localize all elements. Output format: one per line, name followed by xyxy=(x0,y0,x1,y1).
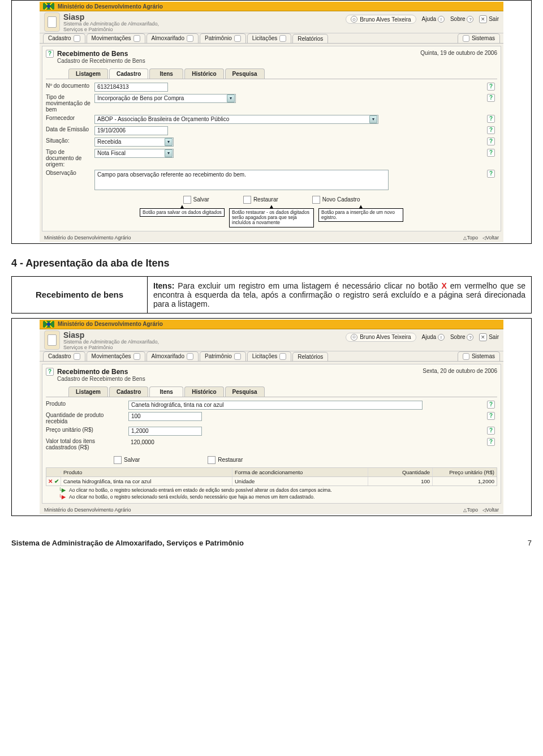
nav-almoxarifado[interactable]: Almoxarifado xyxy=(146,351,199,361)
nav-sistemas[interactable]: Sistemas xyxy=(458,351,500,361)
label-produto: Produto xyxy=(46,401,125,407)
field-help-icon[interactable]: ? xyxy=(487,126,495,134)
nav-licitacoes[interactable]: Licitações xyxy=(247,351,291,361)
nav-relatorios[interactable]: Relatórios xyxy=(292,34,328,43)
field-help-icon[interactable]: ? xyxy=(487,83,495,91)
input-num-doc[interactable]: 6132184313 xyxy=(94,83,168,92)
nav-cadastro[interactable]: Cadastro xyxy=(43,33,85,43)
new-icon xyxy=(312,196,320,204)
brand-sub-2: Serviços e Patrimônio xyxy=(63,345,159,351)
siasp-logo-icon xyxy=(44,330,60,350)
brazil-flag-icon xyxy=(43,321,54,328)
tab-cadastro[interactable]: Cadastro xyxy=(109,68,148,79)
help-link[interactable]: Ajuda ! xyxy=(422,16,445,23)
field-help-icon[interactable]: ? xyxy=(487,94,495,102)
restore-button[interactable]: Restaurar xyxy=(208,456,243,464)
page-subtitle: Cadastro de Recebimento de Bens xyxy=(57,58,145,64)
nav-icon xyxy=(463,353,469,360)
tab-cadastro[interactable]: Cadastro xyxy=(109,386,148,397)
close-icon: ✕ xyxy=(479,333,487,341)
nav-patrimonio[interactable]: Patrimônio xyxy=(200,351,246,361)
nav-movimentacoes[interactable]: Movimentações xyxy=(87,351,145,361)
save-button[interactable]: Salvar xyxy=(114,456,140,464)
tab-itens[interactable]: Itens xyxy=(149,68,183,79)
exit-link[interactable]: ✕ Sair xyxy=(479,333,499,341)
about-link[interactable]: Sobre ? xyxy=(450,16,473,23)
nav-movimentacoes[interactable]: Movimentações xyxy=(87,33,145,43)
nav-almoxarifado[interactable]: Almoxarifado xyxy=(146,33,199,43)
select-tipo-mov[interactable]: Incorporação de Bens por Compra▾ xyxy=(94,94,236,103)
ministry-titlebar: Ministério do Desenvolvimento Agrário xyxy=(40,320,503,329)
footer-top-link[interactable]: △Topo xyxy=(463,507,478,513)
input-produto[interactable]: Caneta hidrográfica, tinta na cor azul xyxy=(128,401,423,410)
page-date: Sexta, 20 de outubro de 2006 xyxy=(423,368,497,374)
field-help-icon[interactable]: ? xyxy=(487,170,495,178)
help-link[interactable]: Ajuda ! xyxy=(422,334,445,341)
field-help-icon[interactable]: ? xyxy=(487,438,495,446)
callouts-row: ▲ Botão para salvar os dados digitados ▲… xyxy=(46,205,497,227)
nav-icon xyxy=(279,353,286,360)
input-qtd[interactable]: 100 xyxy=(128,412,202,421)
tab-historico[interactable]: Histórico xyxy=(184,68,223,79)
action-bar: Salvar Restaurar Novo Cadastro xyxy=(46,196,497,204)
select-situacao[interactable]: Recebida▾ xyxy=(94,138,174,147)
save-icon xyxy=(114,456,122,464)
nav-patrimonio[interactable]: Patrimônio xyxy=(200,33,246,43)
footer-back-link[interactable]: ◁Voltar xyxy=(482,507,499,513)
exit-link[interactable]: ✕ Sair xyxy=(479,15,499,23)
siasp-app-2: Ministério do Desenvolvimento Agrário Si… xyxy=(40,320,503,514)
field-help-icon[interactable]: ? xyxy=(487,149,495,157)
restore-icon xyxy=(243,196,251,204)
section-heading: 4 - Apresentação da aba de Itens xyxy=(11,257,532,269)
about-link[interactable]: Sobre ? xyxy=(450,334,473,341)
app-header: Siasp Sistema de Adminitração de Almoxar… xyxy=(40,11,503,33)
select-fornecedor[interactable]: ABOP - Associação Brasileira de Orçament… xyxy=(94,115,378,124)
footer-left: Ministério do Desenvolvimento Agrário xyxy=(44,507,131,513)
nav-icon xyxy=(187,353,193,360)
tab-pesquisa[interactable]: Pesquisa xyxy=(225,386,265,397)
input-data-emissao[interactable]: 19/10/2006 xyxy=(94,126,168,135)
field-help-icon[interactable]: ? xyxy=(487,412,495,420)
user-chip[interactable]: ☺ Bruno Alves Teixeira xyxy=(346,15,416,24)
tab-listagem[interactable]: Listagem xyxy=(68,386,108,397)
chevron-down-icon: ▾ xyxy=(165,149,173,157)
tab-itens[interactable]: Itens xyxy=(149,386,183,397)
nav-cadastro[interactable]: Cadastro xyxy=(43,351,85,361)
help-icon[interactable]: ? xyxy=(46,368,54,376)
brazil-flag-icon xyxy=(43,3,54,10)
edit-icon[interactable]: ✔ xyxy=(54,478,59,484)
label-obs: Observação xyxy=(46,170,91,176)
nav-licitacoes[interactable]: Licitações xyxy=(247,33,291,43)
field-help-icon[interactable]: ? xyxy=(487,115,495,123)
input-preco[interactable]: 1,2000 xyxy=(128,427,202,436)
tab-historico[interactable]: Histórico xyxy=(184,386,223,397)
save-button[interactable]: Salvar xyxy=(183,196,209,204)
about-icon: ? xyxy=(467,334,473,341)
delete-icon[interactable]: ✕ xyxy=(48,478,53,484)
field-help-icon[interactable]: ? xyxy=(487,138,495,145)
tab-pesquisa[interactable]: Pesquisa xyxy=(225,68,265,79)
select-tipo-doc[interactable]: Nota Fiscal▾ xyxy=(94,149,174,158)
label-sit: Situação: xyxy=(46,138,91,144)
page-date: Quinta, 19 de outubro de 2006 xyxy=(420,50,497,56)
textarea-obs[interactable]: Campo para observação referente ao receb… xyxy=(94,170,389,190)
footer-back-link[interactable]: ◁Voltar xyxy=(482,235,499,240)
user-chip[interactable]: ☺ Bruno Alves Teixeira xyxy=(346,333,416,342)
field-help-icon[interactable]: ? xyxy=(487,401,495,409)
restore-button[interactable]: Restaurar xyxy=(243,196,278,204)
desc-left: Recebimento de bens xyxy=(12,277,148,313)
label-data: Data de Emissão xyxy=(46,126,91,132)
tab-listagem[interactable]: Listagem xyxy=(68,68,108,79)
nav-sistemas[interactable]: Sistemas xyxy=(458,33,500,43)
restore-icon xyxy=(208,456,216,464)
label-preco: Preço unitário (R$) xyxy=(46,427,125,433)
user-icon: ☺ xyxy=(351,334,357,341)
help-icon[interactable]: ? xyxy=(46,50,54,58)
new-button[interactable]: Novo Cadastro xyxy=(312,196,360,204)
nav-relatorios[interactable]: Relatórios xyxy=(292,352,328,361)
footer-top-link[interactable]: △Topo xyxy=(463,235,478,240)
ministry-titlebar: Ministério do Desenvolvimento Agrário xyxy=(40,2,503,11)
field-help-icon[interactable]: ? xyxy=(487,427,495,435)
nav-icon xyxy=(234,35,241,42)
nav-icon xyxy=(234,353,241,360)
